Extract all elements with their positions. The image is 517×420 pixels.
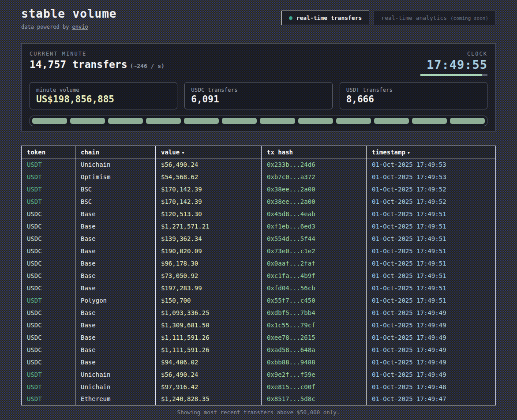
table-row: USDTUnichain$56,490.240x233b...24d601-Oc… [22, 158, 496, 171]
tab-real-time-analytics: real-time analytics (coming soon) [374, 11, 496, 25]
tx-hash-link[interactable]: 0xee78...2615 [262, 331, 367, 344]
tx-hash-link[interactable]: 0x45d8...4eab [262, 208, 367, 220]
chain-cell: Base [75, 331, 156, 344]
subtitle-prefix: data powered by [21, 24, 72, 30]
table-row: USDTPolygon$150,7000x55f7...c45001-Oct-2… [22, 294, 496, 307]
value-cell: $120,513.30 [156, 208, 262, 220]
progress-segment [222, 118, 257, 124]
timestamp-cell: 01-Oct-2025 17:49:49 [367, 319, 496, 331]
tx-hash-link[interactable]: 0x233b...24d6 [262, 158, 367, 171]
tx-hash-link[interactable]: 0x1c55...79cf [262, 319, 367, 331]
token-cell: USDC [22, 307, 75, 319]
tx-hash-link[interactable]: 0x38ee...2a00 [262, 195, 367, 208]
token-cell: USDT [22, 171, 75, 183]
chain-cell: Base [75, 282, 156, 294]
token-cell: USDC [22, 331, 75, 344]
tx-hash-link[interactable]: 0xf1eb...6ed3 [262, 220, 367, 232]
tx-hash-link[interactable]: 0xbb88...9488 [262, 356, 367, 368]
value-cell: $150,700 [156, 294, 262, 307]
table-row: USDCBase$1,111,591.260xee78...261501-Oct… [22, 331, 496, 344]
table-row: USDCBase$1,111,591.260xad58...648a01-Oct… [22, 344, 496, 356]
tx-hash-link[interactable]: 0x9e2f...f59e [262, 368, 367, 381]
chain-cell: Base [75, 307, 156, 319]
timestamp-cell: 01-Oct-2025 17:49:51 [367, 282, 496, 294]
value-cell: $1,093,336.25 [156, 307, 262, 319]
table-row: USDTBSC$170,142.390x38ee...2a0001-Oct-20… [22, 183, 496, 195]
timestamp-cell: 01-Oct-2025 17:49:53 [367, 158, 496, 171]
chain-cell: Base [75, 245, 156, 257]
table-row: USDTEthereum$1,240,828.350x8517...5d8c01… [22, 393, 496, 405]
nav-buttons: real-time transfers real-time analytics … [281, 11, 496, 25]
token-cell: USDC [22, 270, 75, 282]
token-cell: USDT [22, 195, 75, 208]
tx-hash-link[interactable]: 0x554d...5f44 [262, 232, 367, 245]
value-cell: $1,240,828.35 [156, 393, 262, 405]
tx-hash-link[interactable]: 0x8517...5d8c [262, 393, 367, 405]
chain-cell: Unichain [75, 368, 156, 381]
timestamp-cell: 01-Oct-2025 17:49:51 [367, 220, 496, 232]
value-cell: $1,309,681.50 [156, 319, 262, 331]
value-cell: $97,916.42 [156, 381, 262, 393]
transfers-headline-block: CURRENT MINUTE 14,757 transfers(~246 / s… [30, 51, 165, 70]
value-cell: $139,362.34 [156, 232, 262, 245]
tx-hash-link[interactable]: 0xe815...c00f [262, 381, 367, 393]
token-cell: USDC [22, 282, 75, 294]
table-row: USDTUnichain$97,916.420xe815...c00f01-Oc… [22, 381, 496, 393]
tx-hash-link[interactable]: 0x38ee...2a00 [262, 183, 367, 195]
tx-hash-link[interactable]: 0x0aaf...2faf [262, 257, 367, 270]
progress-segment [374, 118, 409, 124]
subtitle: data powered by envio [21, 24, 117, 30]
chain-cell: Base [75, 319, 156, 331]
value-cell: $56,490.24 [156, 368, 262, 381]
stat-value: 6,091 [191, 94, 326, 105]
column-header-timestamp[interactable]: timestamp▼ [367, 146, 496, 158]
table-row: USDTOptimism$54,568.620xb7c0...a37201-Oc… [22, 171, 496, 183]
column-header-value[interactable]: value▼ [156, 146, 262, 158]
section-label: CURRENT MINUTE [30, 51, 165, 57]
tx-hash-link[interactable]: 0xad58...648a [262, 344, 367, 356]
tab-real-time-analytics-label: real-time analytics [381, 15, 450, 21]
sort-desc-icon: ▼ [408, 150, 410, 155]
table-row: USDTUnichain$56,490.240x9e2f...f59e01-Oc… [22, 368, 496, 381]
stat-label: USDT transfers [346, 86, 481, 93]
chain-cell: Base [75, 220, 156, 232]
stat-card-usdc-transfers: USDC transfers 6,091 [184, 82, 332, 109]
envio-link[interactable]: envio [72, 24, 88, 30]
chain-cell: Base [75, 208, 156, 220]
clock-box: CLOCK 17:49:55 [420, 51, 487, 76]
timestamp-cell: 01-Oct-2025 17:49:52 [367, 195, 496, 208]
footer: Showing most recent transfers above $50,… [21, 409, 496, 416]
progress-segment [336, 118, 371, 124]
tx-hash-link[interactable]: 0xb7c0...a372 [262, 171, 367, 183]
transfers-unit: transfers [66, 59, 127, 70]
tx-hash-link[interactable]: 0xc1fa...4b9f [262, 270, 367, 282]
token-cell: USDT [22, 183, 75, 195]
chain-cell: Polygon [75, 294, 156, 307]
tx-hash-link[interactable]: 0xfd04...56cb [262, 282, 367, 294]
timestamp-cell: 01-Oct-2025 17:49:49 [367, 356, 496, 368]
token-cell: USDC [22, 220, 75, 232]
table-row: USDCBase$1,309,681.500x1c55...79cf01-Oct… [22, 319, 496, 331]
table-row: USDCBase$139,362.340x554d...5f4401-Oct-2… [22, 232, 496, 245]
chain-cell: BSC [75, 195, 156, 208]
table-row: USDCBase$120,513.300x45d8...4eab01-Oct-2… [22, 208, 496, 220]
token-cell: USDC [22, 356, 75, 368]
chain-cell: Base [75, 257, 156, 270]
topbar: stable volume data powered by envio real… [21, 7, 496, 30]
chain-cell: Unichain [75, 381, 156, 393]
tab-real-time-transfers-label: real-time transfers [296, 15, 362, 21]
live-dot-icon [289, 16, 292, 20]
clock-time: 17:49:55 [420, 58, 487, 71]
token-cell: USDT [22, 158, 75, 171]
tx-hash-link[interactable]: 0xdbf5...7bb4 [262, 307, 367, 319]
value-cell: $1,111,591.26 [156, 331, 262, 344]
value-cell: $1,111,591.26 [156, 344, 262, 356]
token-cell: USDC [22, 319, 75, 331]
timestamp-cell: 01-Oct-2025 17:49:49 [367, 368, 496, 381]
tx-hash-link[interactable]: 0x55f7...c450 [262, 294, 367, 307]
chain-cell: BSC [75, 183, 156, 195]
tab-real-time-transfers[interactable]: real-time transfers [281, 11, 370, 25]
progress-segment [32, 118, 67, 124]
tx-hash-link[interactable]: 0x73e0...c1e2 [262, 245, 367, 257]
chain-cell: Base [75, 270, 156, 282]
